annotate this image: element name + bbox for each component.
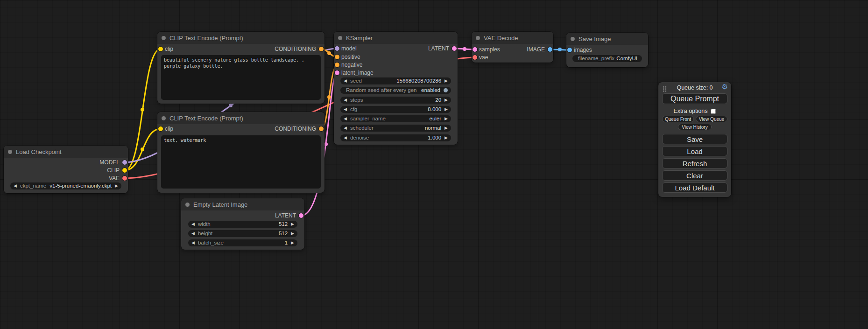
clear-button[interactable]: Clear xyxy=(662,170,727,181)
widget-name: scheduler xyxy=(350,125,374,132)
save-button[interactable]: Save xyxy=(662,134,727,144)
widget-batch-size[interactable]: ◀ batch_size 1 ▶ xyxy=(188,239,297,246)
node-title-bar[interactable]: Load Checkpoint xyxy=(4,146,128,158)
arrow-left-icon[interactable]: ◀ xyxy=(344,77,347,84)
node-collapse-dot[interactable] xyxy=(185,203,190,207)
node-collapse-dot[interactable] xyxy=(571,37,575,41)
input-slot-clip[interactable] xyxy=(158,47,163,51)
node-title-bar[interactable]: CLIP Text Encode (Prompt) xyxy=(157,32,325,44)
input-slot-vae[interactable] xyxy=(473,55,477,60)
view-history-button[interactable]: View History xyxy=(678,124,712,130)
arrow-left-icon[interactable]: ◀ xyxy=(14,182,17,189)
arrow-right-icon[interactable]: ▶ xyxy=(291,221,294,228)
node-collapse-dot[interactable] xyxy=(476,36,480,40)
widget-scheduler[interactable]: ◀ scheduler normal ▶ xyxy=(340,125,451,132)
arrow-right-icon[interactable]: ▶ xyxy=(291,239,294,246)
arrow-right-icon[interactable]: ▶ xyxy=(445,115,448,122)
node-ksampler[interactable]: KSampler model positive negative latent_… xyxy=(334,32,458,145)
node-collapse-dot[interactable] xyxy=(338,36,342,40)
queue-prompt-button[interactable]: Queue Prompt xyxy=(662,93,727,104)
node-title-bar[interactable]: KSampler xyxy=(334,32,458,44)
toggle-indicator[interactable] xyxy=(444,88,448,92)
node-load-checkpoint[interactable]: Load Checkpoint MODEL CLIP VAE ◀ ckpt_na… xyxy=(4,146,128,193)
input-label-model: model xyxy=(341,45,357,52)
arrow-left-icon[interactable]: ◀ xyxy=(344,115,347,122)
arrow-right-icon[interactable]: ▶ xyxy=(445,97,448,104)
arrow-left-icon[interactable]: ◀ xyxy=(344,125,347,132)
node-title-bar[interactable]: VAE Decode xyxy=(472,32,553,44)
output-slot-vae[interactable] xyxy=(122,176,127,181)
view-queue-button[interactable]: View Queue xyxy=(696,116,727,122)
widget-seed[interactable]: ◀ seed 156680208700286 ▶ xyxy=(340,77,451,84)
arrow-left-icon[interactable]: ◀ xyxy=(191,221,195,228)
node-collapse-dot[interactable] xyxy=(162,36,166,40)
arrow-left-icon[interactable]: ◀ xyxy=(344,97,347,104)
node-title-bar[interactable]: CLIP Text Encode (Prompt) xyxy=(157,112,325,124)
node-collapse-dot[interactable] xyxy=(8,150,12,154)
widget-name: width xyxy=(198,221,211,228)
widget-random-seed-toggle[interactable]: Random seed after every gen enabled xyxy=(340,87,451,94)
output-slot-latent[interactable] xyxy=(452,46,457,51)
input-label-negative: negative xyxy=(341,62,362,68)
input-label-vae: vae xyxy=(479,54,488,61)
refresh-button[interactable]: Refresh xyxy=(662,158,727,168)
widget-ckpt-name[interactable]: ◀ ckpt_name v1-5-pruned-emaonly.ckpt ▶ xyxy=(10,182,121,189)
link-dot xyxy=(324,142,328,146)
arrow-right-icon[interactable]: ▶ xyxy=(115,182,118,189)
arrow-right-icon[interactable]: ▶ xyxy=(445,77,448,84)
arrow-left-icon[interactable]: ◀ xyxy=(344,106,347,113)
arrow-right-icon[interactable]: ▶ xyxy=(445,134,448,141)
output-slot-model[interactable] xyxy=(122,160,127,165)
output-slot-image[interactable] xyxy=(548,47,552,52)
widget-name: denoise xyxy=(350,134,369,141)
output-label-vae: VAE xyxy=(109,175,120,182)
widget-name: steps xyxy=(350,97,363,104)
arrow-right-icon[interactable]: ▶ xyxy=(291,230,294,237)
widget-value: enabled xyxy=(421,87,440,94)
arrow-right-icon[interactable]: ▶ xyxy=(445,106,448,113)
node-collapse-dot[interactable] xyxy=(162,116,166,120)
input-slot-images[interactable] xyxy=(567,48,572,52)
node-clip-text-encode-positive[interactable]: CLIP Text Encode (Prompt) clip CONDITION… xyxy=(157,32,325,104)
output-slot-conditioning[interactable] xyxy=(319,47,324,51)
prompt-textarea[interactable]: text, watermark xyxy=(161,135,321,189)
input-label-clip: clip xyxy=(165,46,173,52)
output-slot-latent[interactable] xyxy=(299,213,303,218)
input-slot-clip[interactable] xyxy=(158,126,163,131)
output-slot-conditioning[interactable] xyxy=(319,126,324,131)
widget-cfg[interactable]: ◀ cfg 8.000 ▶ xyxy=(340,106,451,113)
load-default-button[interactable]: Load Default xyxy=(662,182,727,193)
output-slot-clip[interactable] xyxy=(122,168,127,173)
widget-height[interactable]: ◀ height 512 ▶ xyxy=(188,230,297,237)
node-empty-latent-image[interactable]: Empty Latent Image LATENT ◀ width 512 ▶ … xyxy=(181,198,304,250)
output-label-conditioning: CONDITIONING xyxy=(275,126,316,132)
widget-steps[interactable]: ◀ steps 20 ▶ xyxy=(340,97,451,104)
input-slot-positive[interactable] xyxy=(335,55,339,59)
node-title-bar[interactable]: Empty Latent Image xyxy=(181,198,304,210)
load-button[interactable]: Load xyxy=(662,146,727,156)
extra-options-checkbox[interactable] xyxy=(711,109,716,114)
settings-gear-icon[interactable]: ⚙ xyxy=(722,84,728,91)
input-slot-samples[interactable] xyxy=(473,47,477,52)
widget-filename-prefix[interactable]: filename_prefix ComfyUI xyxy=(572,55,642,62)
queue-front-button[interactable]: Queue Front xyxy=(662,116,694,122)
widget-denoise[interactable]: ◀ denoise 1.000 ▶ xyxy=(340,134,451,141)
input-slot-negative[interactable] xyxy=(335,63,339,67)
output-label-conditioning: CONDITIONING xyxy=(275,46,316,52)
node-vae-decode[interactable]: VAE Decode samples vae IMAGE xyxy=(472,32,553,63)
widget-width[interactable]: ◀ width 512 ▶ xyxy=(188,221,297,228)
widget-sampler-name[interactable]: ◀ sampler_name euler ▶ xyxy=(340,115,451,122)
extra-options-row: Extra options xyxy=(658,108,731,114)
node-save-image[interactable]: Save Image images filename_prefix ComfyU… xyxy=(566,33,648,67)
arrow-left-icon[interactable]: ◀ xyxy=(191,239,195,246)
prompt-textarea[interactable]: beautiful scenery nature glass bottle la… xyxy=(161,55,321,100)
arrow-left-icon[interactable]: ◀ xyxy=(191,230,195,237)
input-slot-latent-image[interactable] xyxy=(335,70,339,75)
widget-name: cfg xyxy=(350,106,357,113)
node-clip-text-encode-negative[interactable]: CLIP Text Encode (Prompt) clip CONDITION… xyxy=(157,112,325,193)
arrow-right-icon[interactable]: ▶ xyxy=(445,125,448,132)
link-dot xyxy=(558,48,562,51)
arrow-left-icon[interactable]: ◀ xyxy=(344,134,347,141)
node-title-bar[interactable]: Save Image xyxy=(566,33,648,45)
input-slot-model[interactable] xyxy=(335,46,339,51)
